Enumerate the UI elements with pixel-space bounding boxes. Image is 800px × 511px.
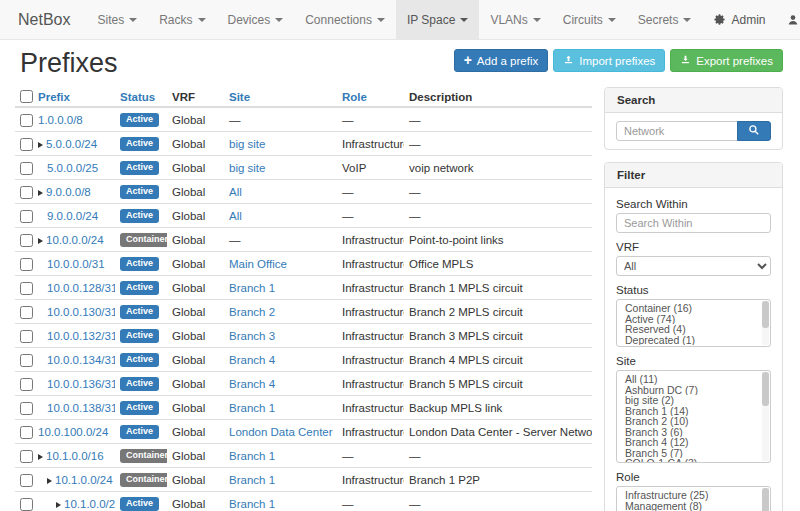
nav-item-devices[interactable]: Devices — [217, 0, 295, 39]
site-link[interactable]: Branch 2 — [229, 306, 275, 318]
site-link[interactable]: Branch 1 — [229, 474, 275, 486]
status-option[interactable]: Container (16) — [617, 303, 770, 314]
site-option[interactable]: Branch 4 (12) — [617, 437, 770, 448]
row-checkbox[interactable] — [20, 450, 33, 463]
search-input[interactable] — [616, 121, 738, 141]
expand-caret-icon[interactable] — [56, 502, 61, 508]
header-role[interactable]: Role — [337, 87, 404, 107]
site-link[interactable]: London Data Center — [229, 426, 333, 438]
site-link[interactable]: All — [229, 186, 242, 198]
nav-item-circuits[interactable]: Circuits — [552, 0, 627, 39]
row-checkbox[interactable] — [20, 234, 33, 247]
scrollbar[interactable] — [762, 372, 769, 461]
nav-item-vlans[interactable]: VLANs — [479, 0, 551, 39]
site-option[interactable]: COLO-1-CA (3) — [617, 458, 770, 463]
prefix-link[interactable]: 10.1.0.0/25 — [64, 498, 115, 510]
site-link[interactable]: All — [229, 210, 242, 222]
import-prefixes-button[interactable]: Import prefixes — [553, 49, 665, 72]
select-all-checkbox[interactable] — [20, 90, 33, 103]
prefix-link[interactable]: 9.0.0.0/24 — [47, 210, 98, 222]
site-option[interactable]: big site (2) — [617, 395, 770, 406]
nav-item-sites[interactable]: Sites — [86, 0, 148, 39]
row-checkbox[interactable] — [20, 474, 33, 487]
site-filter-listbox[interactable]: All (11)Ashburn DC (7)big site (2)Branch… — [616, 370, 771, 463]
status-option[interactable]: Deprecated (1) — [617, 335, 770, 346]
site-link[interactable]: Branch 3 — [229, 330, 275, 342]
header-prefix[interactable]: Prefix — [33, 87, 115, 107]
status-option[interactable]: Active (74) — [617, 314, 770, 325]
site-link[interactable]: Branch 1 — [229, 450, 275, 462]
admin-link[interactable]: Admin — [702, 0, 776, 39]
nav-item-secrets[interactable]: Secrets — [627, 0, 703, 39]
site-link[interactable]: Main Office — [229, 258, 287, 270]
search-button[interactable] — [737, 121, 771, 141]
site-link[interactable]: Branch 1 — [229, 498, 275, 510]
site-cell: Branch 1 — [224, 276, 337, 300]
prefix-link[interactable]: 10.0.0.136/31 — [47, 378, 115, 390]
row-checkbox[interactable] — [20, 282, 33, 295]
header-site[interactable]: Site — [224, 87, 337, 107]
expand-caret-icon[interactable] — [38, 142, 43, 148]
nav-item-ip-space[interactable]: IP Space — [396, 0, 479, 39]
site-option[interactable]: Branch 5 (7) — [617, 448, 770, 459]
row-checkbox[interactable] — [20, 330, 33, 343]
prefix-link[interactable]: 10.0.0.130/31 — [47, 306, 115, 318]
scrollbar[interactable] — [762, 488, 769, 511]
nav-item-connections[interactable]: Connections — [294, 0, 396, 39]
row-checkbox[interactable] — [20, 138, 33, 151]
row-checkbox[interactable] — [20, 354, 33, 367]
site-link[interactable]: big site — [229, 162, 265, 174]
prefix-link[interactable]: 9.0.0.0/8 — [46, 186, 91, 198]
add-prefix-button[interactable]: + Add a prefix — [454, 49, 549, 72]
site-link[interactable]: Branch 1 — [229, 402, 275, 414]
row-checkbox[interactable] — [20, 306, 33, 319]
site-option[interactable]: Branch 1 (14) — [617, 406, 770, 417]
expand-caret-icon[interactable] — [38, 454, 43, 460]
role-option[interactable]: Infrastructure (25) — [617, 490, 770, 501]
site-link[interactable]: Branch 4 — [229, 378, 275, 390]
site-option[interactable]: Branch 2 (10) — [617, 416, 770, 427]
row-checkbox[interactable] — [20, 210, 33, 223]
prefix-link[interactable]: 10.0.0.0/31 — [47, 258, 105, 270]
prefix-link[interactable]: 10.0.0.138/31 — [47, 402, 115, 414]
export-prefixes-button[interactable]: Export prefixes — [670, 49, 783, 72]
role-option[interactable]: Management (8) — [617, 501, 770, 511]
site-link[interactable]: Branch 4 — [229, 354, 275, 366]
prefix-link[interactable]: 1.0.0.0/8 — [38, 114, 83, 126]
row-checkbox[interactable] — [20, 378, 33, 391]
row-checkbox[interactable] — [20, 162, 33, 175]
prefix-link[interactable]: 10.0.0.0/24 — [46, 234, 104, 246]
prefix-link[interactable]: 10.0.0.128/31 — [47, 282, 115, 294]
site-option[interactable]: Branch 3 (6) — [617, 427, 770, 438]
prefix-link[interactable]: 5.0.0.0/24 — [46, 138, 97, 150]
site-option[interactable]: All (11) — [617, 374, 770, 385]
scrollbar[interactable] — [762, 301, 769, 345]
vrf-select[interactable]: All — [616, 256, 771, 276]
prefix-link[interactable]: 10.0.0.132/31 — [47, 330, 115, 342]
prefix-link[interactable]: 10.1.0.0/24 — [55, 474, 113, 486]
role-filter-listbox[interactable]: Infrastructure (25)Management (8)Private… — [616, 486, 771, 511]
prefix-link[interactable]: 5.0.0.0/25 — [47, 162, 98, 174]
brand-link[interactable]: NetBox — [0, 0, 86, 39]
row-checkbox[interactable] — [20, 114, 33, 127]
prefix-link[interactable]: 10.0.0.134/31 — [47, 354, 115, 366]
row-checkbox[interactable] — [20, 498, 33, 511]
search-within-input[interactable] — [616, 213, 771, 233]
expand-caret-icon[interactable] — [38, 238, 43, 244]
site-link[interactable]: Branch 1 — [229, 282, 275, 294]
prefix-link[interactable]: 10.0.100.0/24 — [38, 426, 108, 438]
header-status[interactable]: Status — [115, 87, 167, 107]
nav-item-racks[interactable]: Racks — [148, 0, 216, 39]
expand-caret-icon[interactable] — [38, 190, 43, 196]
row-checkbox[interactable] — [20, 186, 33, 199]
profile-link[interactable]: Profile — [776, 0, 800, 39]
row-checkbox[interactable] — [20, 258, 33, 271]
row-checkbox[interactable] — [20, 426, 33, 439]
status-filter-listbox[interactable]: Container (16)Active (74)Reserved (4)Dep… — [616, 299, 771, 347]
status-option[interactable]: Reserved (4) — [617, 324, 770, 335]
prefix-link[interactable]: 10.1.0.0/16 — [46, 450, 104, 462]
row-checkbox[interactable] — [20, 402, 33, 415]
site-link[interactable]: big site — [229, 138, 265, 150]
site-option[interactable]: Ashburn DC (7) — [617, 385, 770, 396]
expand-caret-icon[interactable] — [47, 478, 52, 484]
